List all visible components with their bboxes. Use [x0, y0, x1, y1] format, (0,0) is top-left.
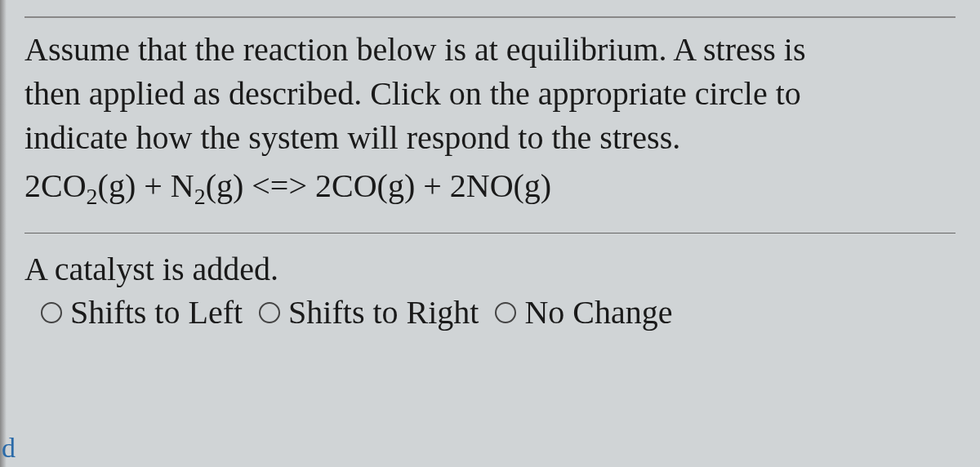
eq-sub-2: 2: [194, 184, 206, 209]
stress-description: A catalyst is added.: [24, 250, 956, 288]
eq-mid-2: (g) <=> 2CO(g) + 2NO(g): [206, 167, 552, 204]
question-prompt: Assume that the reaction below is at equ…: [24, 28, 956, 160]
question-line-1: Assume that the reaction below is at equ…: [24, 31, 806, 68]
eq-sub-1: 2: [87, 184, 98, 209]
question-block: Assume that the reaction below is at equ…: [24, 16, 956, 331]
page-edge-shadow: [0, 0, 7, 467]
stress-section: A catalyst is added. Shifts to Left Shif…: [24, 247, 956, 331]
option-label-right: Shifts to Right: [288, 293, 479, 331]
radio-icon[interactable]: [259, 302, 280, 323]
quiz-page: Assume that the reaction below is at equ…: [0, 0, 980, 467]
cutoff-text-fragment: d: [0, 433, 16, 464]
option-label-left: Shifts to Left: [70, 293, 243, 331]
answer-options: Shifts to Left Shifts to Right No Change: [24, 293, 956, 331]
chemical-equation: 2CO2(g) + N2(g) <=> 2CO(g) + 2NO(g): [24, 167, 956, 210]
question-line-2: then applied as described. Click on the …: [24, 75, 801, 112]
option-shifts-left[interactable]: Shifts to Left: [41, 293, 243, 331]
question-line-3: indicate how the system will respond to …: [24, 119, 680, 156]
eq-reactant-1: 2CO: [24, 167, 87, 204]
option-label-nochange: No Change: [524, 293, 672, 331]
eq-mid-1: (g) + N: [98, 167, 194, 204]
section-divider: [24, 233, 956, 234]
option-no-change[interactable]: No Change: [495, 293, 672, 331]
radio-icon[interactable]: [41, 302, 62, 323]
radio-icon[interactable]: [495, 302, 516, 323]
option-shifts-right[interactable]: Shifts to Right: [259, 293, 479, 331]
